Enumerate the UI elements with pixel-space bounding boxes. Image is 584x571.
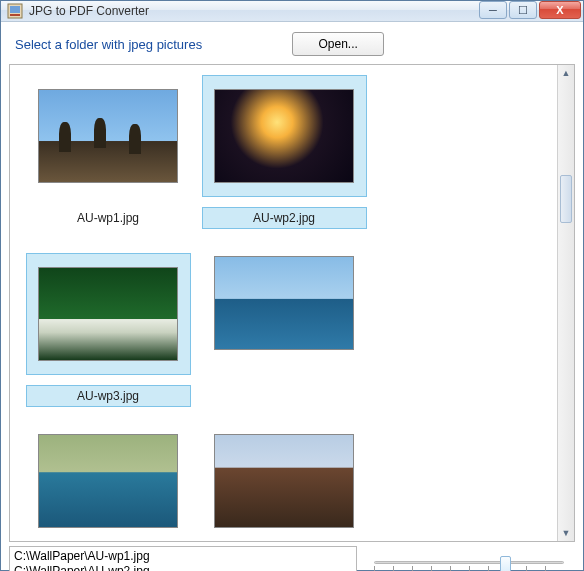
bottom-panel: C:\WallPaper\AU-wp1.jpg C:\WallPaper\AU-… xyxy=(9,546,575,571)
open-button[interactable]: Open... xyxy=(292,32,384,56)
slider-track xyxy=(374,561,564,564)
thumbnail-image xyxy=(38,434,178,528)
thumbnail-item[interactable]: AU-wp3.jpg xyxy=(20,253,196,431)
app-icon xyxy=(7,3,23,19)
scroll-up-icon[interactable]: ▲ xyxy=(558,65,574,81)
main-window: JPG to PDF Converter ─ ☐ X Select a fold… xyxy=(0,0,584,571)
thumbnail-item[interactable] xyxy=(196,253,372,363)
list-item[interactable]: C:\WallPaper\AU-wp2.jpg xyxy=(14,564,150,571)
zoom-slider[interactable] xyxy=(374,552,564,571)
thumbnail-panel: AU-wp1.jpg AU-wp2.jpg AU-wp3.jpg xyxy=(9,64,575,542)
slider-ticks xyxy=(374,566,564,571)
scrollbar-thumb[interactable] xyxy=(560,175,572,223)
thumbnail-label: AU-wp3.jpg xyxy=(26,385,191,407)
svg-rect-2 xyxy=(10,14,20,16)
file-list[interactable]: C:\WallPaper\AU-wp1.jpg C:\WallPaper\AU-… xyxy=(9,546,357,571)
thumbnail-image xyxy=(38,267,178,361)
titlebar[interactable]: JPG to PDF Converter ─ ☐ X xyxy=(1,1,583,22)
thumbnail-grid[interactable]: AU-wp1.jpg AU-wp2.jpg AU-wp3.jpg xyxy=(10,65,557,541)
thumbnail-label: AU-wp1.jpg xyxy=(26,207,191,229)
window-title: JPG to PDF Converter xyxy=(27,4,477,18)
controls-panel: Add Remove Up Convert... Down Help xyxy=(357,546,575,571)
thumbnail-item[interactable] xyxy=(196,431,372,541)
top-row: Select a folder with jpeg pictures Open.… xyxy=(9,26,575,64)
thumbnail-item[interactable]: AU-wp1.jpg xyxy=(20,75,196,253)
svg-rect-1 xyxy=(10,6,20,13)
maximize-button[interactable]: ☐ xyxy=(509,1,537,19)
list-item[interactable]: C:\WallPaper\AU-wp1.jpg xyxy=(14,549,150,563)
content-area: Select a folder with jpeg pictures Open.… xyxy=(1,22,583,571)
minimize-button[interactable]: ─ xyxy=(479,1,507,19)
slider-handle[interactable] xyxy=(500,556,511,571)
thumbnail-item[interactable]: AU-wp2.jpg xyxy=(196,75,372,253)
thumbnail-image xyxy=(214,89,354,183)
thumbnail-label: AU-wp2.jpg xyxy=(202,207,367,229)
thumbnail-item[interactable] xyxy=(20,431,196,541)
window-controls: ─ ☐ X xyxy=(477,1,581,21)
scroll-down-icon[interactable]: ▼ xyxy=(558,525,574,541)
thumbnail-image xyxy=(214,434,354,528)
thumbnail-image xyxy=(214,256,354,350)
instruction-text: Select a folder with jpeg pictures xyxy=(15,37,202,52)
thumbnail-image xyxy=(38,89,178,183)
close-button[interactable]: X xyxy=(539,1,581,19)
vertical-scrollbar[interactable]: ▲ ▼ xyxy=(557,65,574,541)
